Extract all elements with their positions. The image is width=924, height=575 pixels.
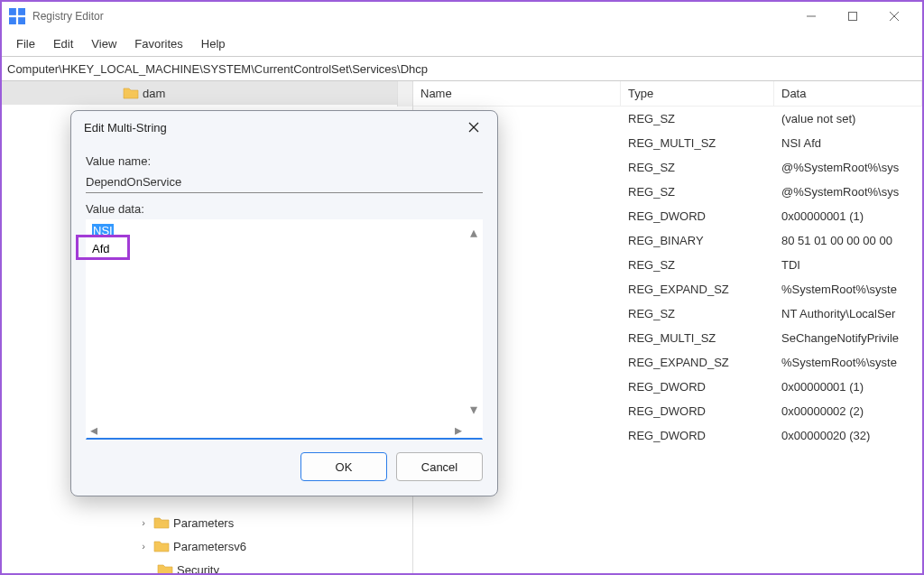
svg-rect-5 <box>849 13 857 21</box>
menu-file[interactable]: File <box>7 33 44 54</box>
menu-view[interactable]: View <box>82 33 125 54</box>
minimize-button[interactable] <box>790 2 832 31</box>
value-type-cell: REG_SZ <box>621 185 774 199</box>
edit-multistring-dialog: Edit Multi-String Value name: Value data… <box>70 110 498 496</box>
tree-item-parametersv6[interactable]: › Parametersv6 <box>2 534 412 558</box>
tree-item-label: dam <box>143 87 165 100</box>
column-header-name[interactable]: Name <box>413 81 621 106</box>
values-header: Name Type Data <box>413 81 922 107</box>
chevron-right-icon[interactable]: › <box>137 541 150 552</box>
value-name-label: Value name: <box>86 154 483 168</box>
svg-rect-1 <box>18 8 25 15</box>
menubar: File Edit View Favorites Help <box>2 31 922 56</box>
value-type-cell: REG_MULTI_SZ <box>621 331 774 345</box>
value-data-cell: NSI Afd <box>774 136 922 150</box>
cancel-button[interactable]: Cancel <box>396 452 483 481</box>
value-type-cell: REG_DWORD <box>621 404 774 418</box>
value-type-cell: REG_MULTI_SZ <box>621 136 774 150</box>
value-type-cell: REG_BINARY <box>621 234 774 247</box>
value-data-cell: (value not set) <box>774 112 922 125</box>
window-controls <box>790 2 915 31</box>
folder-icon <box>153 516 170 529</box>
value-type-cell: REG_DWORD <box>621 380 774 394</box>
value-data-cell: TDI <box>774 258 922 272</box>
value-name-input[interactable] <box>86 172 483 193</box>
value-data-cell: %SystemRoot%\syste <box>774 356 922 369</box>
column-header-data[interactable]: Data <box>774 81 922 106</box>
value-type-cell: REG_EXPAND_SZ <box>621 283 774 296</box>
value-data-cell: SeChangeNotifyPrivile <box>774 331 922 345</box>
tree-item-parameters[interactable]: › Parameters <box>2 511 412 534</box>
svg-rect-3 <box>18 17 25 24</box>
window-titlebar: Registry Editor <box>2 2 922 31</box>
dialog-body: Value name: Value data: NSI Afd ▴ ▾ ◂ ▸ <box>71 144 497 440</box>
value-type-cell: REG_SZ <box>621 161 774 174</box>
menu-help[interactable]: Help <box>192 33 235 54</box>
tree-item-label: Parameters <box>173 516 234 530</box>
vertical-scrollbar[interactable]: ▴ ▾ <box>466 220 482 422</box>
tree-item-label: Security <box>177 563 219 574</box>
selected-text: NSI <box>92 224 114 237</box>
scroll-down-icon[interactable]: ▾ <box>470 401 477 418</box>
value-data-label: Value data: <box>86 202 483 216</box>
value-type-cell: REG_SZ <box>621 307 774 320</box>
scroll-left-icon[interactable]: ◂ <box>90 422 97 439</box>
tree-scrollbar[interactable] <box>397 81 412 107</box>
chevron-right-icon[interactable]: › <box>137 517 150 528</box>
address-bar[interactable]: Computer\HKEY_LOCAL_MACHINE\SYSTEM\Curre… <box>2 56 922 81</box>
value-data-cell: %SystemRoot%\syste <box>774 283 922 296</box>
folder-icon <box>157 563 173 573</box>
tree-item-label: Parametersv6 <box>173 540 246 553</box>
close-button[interactable] <box>873 2 915 31</box>
value-data-textarea-wrap: NSI Afd ▴ ▾ ◂ ▸ <box>86 219 483 440</box>
value-data-cell: NT Authority\LocalSer <box>774 307 922 320</box>
value-data-cell: 0x00000002 (2) <box>774 404 922 418</box>
value-type-cell: REG_SZ <box>621 112 774 125</box>
menu-favorites[interactable]: Favorites <box>125 33 191 54</box>
maximize-button[interactable] <box>832 2 873 31</box>
horizontal-scrollbar[interactable]: ◂ ▸ <box>87 422 466 438</box>
dialog-footer: OK Cancel <box>71 440 497 496</box>
textarea-line[interactable]: Afd <box>87 240 482 258</box>
dialog-title: Edit Multi-String <box>84 121 463 134</box>
folder-icon <box>123 87 139 99</box>
scroll-up-icon[interactable]: ▴ <box>470 224 477 241</box>
folder-icon <box>153 540 170 552</box>
dialog-titlebar[interactable]: Edit Multi-String <box>71 111 497 144</box>
app-icon <box>9 8 25 24</box>
scroll-right-icon[interactable]: ▸ <box>455 422 462 439</box>
svg-rect-2 <box>9 17 16 24</box>
close-icon[interactable] <box>463 116 485 138</box>
column-header-type[interactable]: Type <box>621 81 774 106</box>
textarea-line[interactable]: NSI <box>87 222 482 240</box>
value-type-cell: REG_EXPAND_SZ <box>621 356 774 369</box>
value-data-cell: @%SystemRoot%\sys <box>774 161 922 174</box>
value-data-cell: 0x00000001 (1) <box>774 209 922 223</box>
window-title: Registry Editor <box>32 10 790 23</box>
svg-rect-0 <box>9 8 16 15</box>
value-data-cell: 0x00000020 (32) <box>774 429 922 442</box>
menu-edit[interactable]: Edit <box>44 33 82 54</box>
address-text: Computer\HKEY_LOCAL_MACHINE\SYSTEM\Curre… <box>7 62 428 76</box>
tree-item-dam[interactable]: dam <box>2 81 412 105</box>
value-data-cell: @%SystemRoot%\sys <box>774 185 922 199</box>
value-data-cell: 80 51 01 00 00 00 00 <box>774 234 922 247</box>
value-type-cell: REG_DWORD <box>621 429 774 442</box>
value-type-cell: REG_SZ <box>621 258 774 272</box>
value-data-cell: 0x00000001 (1) <box>774 380 922 394</box>
ok-button[interactable]: OK <box>300 452 387 481</box>
tree-item-security[interactable]: Security <box>2 558 412 573</box>
value-type-cell: REG_DWORD <box>621 209 774 223</box>
